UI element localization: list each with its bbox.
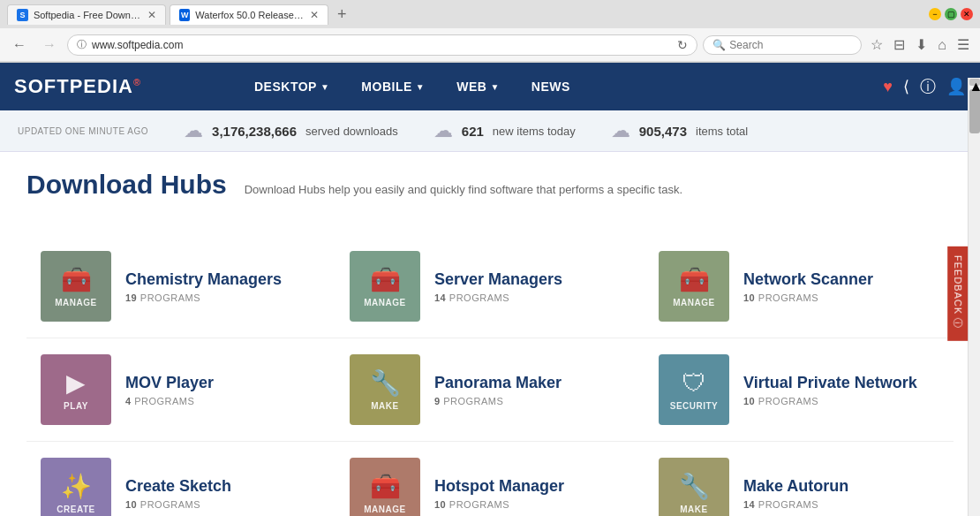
hub-icon: 🧰 MANAGE xyxy=(350,458,420,516)
hub-icon: 🛡 SECURITY xyxy=(659,354,729,425)
secure-icon: ⓘ xyxy=(77,38,87,51)
url-bar[interactable]: ⓘ www.softpedia.com ↻ xyxy=(67,34,697,56)
home-icon[interactable]: ⌂ xyxy=(934,35,950,55)
desktop-nav-arrow: ▼ xyxy=(320,82,329,92)
favorites-heart-icon[interactable]: ♥ xyxy=(883,78,893,96)
hub-name[interactable]: Panorama Maker xyxy=(434,374,630,392)
hub-name[interactable]: MOV Player xyxy=(125,374,321,392)
new-tab-button[interactable]: + xyxy=(332,5,352,24)
bookmark-star-icon[interactable]: ☆ xyxy=(867,34,886,55)
hub-count: 14 PROGRAMS xyxy=(743,499,939,510)
hub-count: 14 PROGRAMS xyxy=(434,292,630,303)
forward-button[interactable]: → xyxy=(37,35,62,55)
hub-icon-symbol: 🧰 xyxy=(679,265,710,294)
tab-softpedia[interactable]: S Softpedia - Free Downloa... ✕ xyxy=(7,4,166,25)
window-maximize-button[interactable]: ▢ xyxy=(945,8,957,20)
downloads-count: 3,176,238,666 xyxy=(212,124,297,139)
feedback-tab[interactable]: FEEDBACK ⓘ xyxy=(947,247,968,341)
hub-icon-label: SECURITY xyxy=(670,401,719,411)
user-account-icon[interactable]: 👤 xyxy=(946,77,966,96)
hub-item: 🧰 MANAGE Network Scanner 10 PROGRAMS xyxy=(645,235,954,338)
hub-item: 🛡 SECURITY Virtual Private Network 10 PR… xyxy=(645,338,954,442)
hub-icon-symbol: ✨ xyxy=(61,472,92,501)
tab-label-waterfox: Waterfox 50.0 Release (Wi... xyxy=(195,10,305,20)
hub-count-number: 14 xyxy=(434,292,446,303)
hub-icon-label: PLAY xyxy=(64,401,88,411)
nav-desktop[interactable]: DESKTOP ▼ xyxy=(238,63,345,110)
search-bar[interactable]: 🔍 xyxy=(703,35,862,55)
logo-area: SOFTPEDIA® xyxy=(0,63,221,110)
hub-icon-symbol: ▶ xyxy=(66,368,86,398)
reload-button[interactable]: ↻ xyxy=(677,38,688,52)
hub-icon-symbol: 🔧 xyxy=(679,472,710,501)
hub-info: Make Autorun 14 PROGRAMS xyxy=(743,477,939,510)
menu-icon[interactable]: ☰ xyxy=(954,34,973,55)
hub-count: 10 PROGRAMS xyxy=(125,499,321,510)
new-items-label: new items today xyxy=(493,125,576,138)
hub-item: ✨ CREATE Create Sketch 10 PROGRAMS xyxy=(26,442,335,516)
site-header: SOFTPEDIA® DESKTOP ▼ MOBILE ▼ WEB ▼ NEWS… xyxy=(0,63,980,110)
hub-count: 9 PROGRAMS xyxy=(434,396,630,406)
cloud-new-icon: ☁ xyxy=(433,119,453,142)
share-icon[interactable]: ⟨ xyxy=(903,77,909,96)
navigation-bar: ← → ⓘ www.softpedia.com ↻ 🔍 ☆ ⊟ ⬇ ⌂ ☰ xyxy=(0,28,980,62)
header-action-icons: ♥ ⟨ ⓘ 👤 xyxy=(869,76,980,97)
tab-label-softpedia: Softpedia - Free Downloa... xyxy=(34,10,142,20)
new-items-count: 621 xyxy=(462,124,484,139)
hub-name[interactable]: Hotspot Manager xyxy=(434,477,630,496)
hub-icon: 🔧 MAKE xyxy=(350,354,420,425)
window-close-button[interactable]: ✕ xyxy=(961,8,973,20)
bookmark-list-icon[interactable]: ⊟ xyxy=(890,34,908,55)
main-nav: DESKTOP ▼ MOBILE ▼ WEB ▼ NEWS xyxy=(221,63,869,110)
hub-item: 🧰 MANAGE Hotspot Manager 10 PROGRAMS xyxy=(335,442,645,516)
download-icon[interactable]: ⬇ xyxy=(912,34,931,55)
nav-web[interactable]: WEB ▼ xyxy=(441,63,516,110)
hub-icon: 🧰 MANAGE xyxy=(41,251,111,322)
hub-icon-symbol: 🧰 xyxy=(61,265,92,294)
tab-waterfox[interactable]: W Waterfox 50.0 Release (Wi... ✕ xyxy=(170,4,328,25)
info-icon[interactable]: ⓘ xyxy=(920,76,936,97)
stat-downloads: ☁ 3,176,238,666 served downloads xyxy=(184,119,398,142)
site-logo[interactable]: SOFTPEDIA® xyxy=(14,75,141,98)
hub-name[interactable]: Chemistry Managers xyxy=(125,270,321,289)
hub-icon-symbol: 🧰 xyxy=(370,472,401,501)
cloud-total-icon: ☁ xyxy=(611,119,630,142)
hub-name[interactable]: Virtual Private Network xyxy=(743,374,939,392)
hub-icon-label: MANAGE xyxy=(364,505,405,514)
hub-name[interactable]: Network Scanner xyxy=(743,270,939,289)
tab-close-softpedia[interactable]: ✕ xyxy=(147,9,156,21)
hub-item: 🧰 MANAGE Server Managers 14 PROGRAMS xyxy=(335,235,645,338)
hub-icon-label: MAKE xyxy=(680,505,707,514)
mobile-nav-arrow: ▼ xyxy=(416,82,425,92)
hub-name[interactable]: Server Managers xyxy=(434,270,630,289)
hub-count-number: 10 xyxy=(743,396,755,406)
search-input[interactable] xyxy=(729,39,835,51)
hub-count-number: 9 xyxy=(434,396,441,406)
hub-icon: 🧰 MANAGE xyxy=(659,251,729,322)
tab-close-waterfox[interactable]: ✕ xyxy=(310,9,319,21)
hub-icon: 🧰 MANAGE xyxy=(350,251,420,322)
scrollbar-up-arrow[interactable]: ▲ xyxy=(969,79,980,86)
hub-name[interactable]: Make Autorun xyxy=(743,477,939,496)
hub-count: 19 PROGRAMS xyxy=(125,292,321,303)
updated-label: UPDATED ONE MINUTE AGO xyxy=(18,126,148,136)
window-minimize-button[interactable]: − xyxy=(929,8,941,20)
hub-icon-label: MANAGE xyxy=(55,298,96,307)
total-items-label: items total xyxy=(696,125,748,138)
cloud-download-icon: ☁ xyxy=(184,119,203,142)
hub-name[interactable]: Create Sketch xyxy=(125,477,321,496)
hub-count: 10 PROGRAMS xyxy=(434,499,630,510)
hub-count-number: 10 xyxy=(434,499,446,510)
hub-info: Create Sketch 10 PROGRAMS xyxy=(125,477,321,510)
scrollbar[interactable]: ▲ xyxy=(968,78,980,516)
nav-mobile[interactable]: MOBILE ▼ xyxy=(345,63,441,110)
hub-count: 10 PROGRAMS xyxy=(743,396,939,406)
hub-item: 🔧 MAKE Make Autorun 14 PROGRAMS xyxy=(645,442,954,516)
stat-total-items: ☁ 905,473 items total xyxy=(611,119,748,142)
tab-icon-waterfox: W xyxy=(179,9,190,21)
feedback-info-icon: ⓘ xyxy=(953,318,963,329)
scrollbar-thumb[interactable] xyxy=(969,89,980,133)
hub-info: Network Scanner 10 PROGRAMS xyxy=(743,270,939,303)
back-button[interactable]: ← xyxy=(7,35,32,55)
nav-news[interactable]: NEWS xyxy=(516,63,586,110)
